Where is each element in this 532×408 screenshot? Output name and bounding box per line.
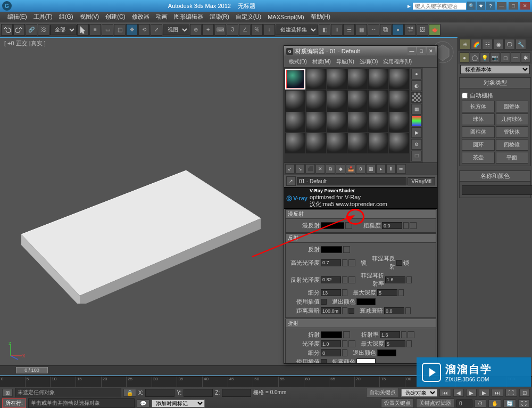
prim-torus-button[interactable]: 圆环	[462, 139, 495, 151]
material-slot[interactable]	[368, 90, 388, 111]
prim-teapot-button[interactable]: 茶壶	[462, 152, 495, 164]
refr-subdiv-spinner[interactable]: 8	[321, 349, 341, 356]
spacewarps-icon[interactable]: 〰	[511, 52, 520, 63]
scene-object-box[interactable]	[16, 149, 261, 304]
align-icon[interactable]: ⫴	[331, 24, 343, 36]
matedit-menu-nav[interactable]: 导航(N)	[334, 58, 357, 66]
close-button[interactable]: ✕	[520, 2, 530, 10]
play-next-icon[interactable]: ▶	[479, 389, 489, 397]
get-material-icon[interactable]: ↙	[285, 164, 295, 174]
material-slot[interactable]	[389, 90, 409, 111]
material-slot[interactable]	[285, 133, 305, 153]
setkey-button[interactable]: 设置关键点	[381, 398, 414, 408]
spinner-arrows-icon[interactable]	[342, 259, 347, 266]
prim-pyramid-button[interactable]: 四棱锥	[496, 139, 529, 151]
modify-tab-icon[interactable]: 🌈	[471, 39, 481, 50]
spinner-arrows-icon[interactable]	[342, 276, 347, 283]
prim-cone-button[interactable]: 圆锥体	[496, 101, 529, 112]
matedit-close-button[interactable]: ✕	[427, 47, 435, 55]
viewport-label[interactable]: [ +0 正交 |真实 ]	[4, 39, 46, 47]
schematic-icon[interactable]: ⿻	[380, 24, 392, 36]
hglossy-spinner[interactable]: 0.7	[321, 259, 341, 266]
objecttype-rollout-header[interactable]: 对象类型	[460, 78, 530, 88]
material-name-input[interactable]	[297, 177, 406, 185]
spinner-arrows-icon[interactable]	[406, 276, 412, 283]
play-icon[interactable]: ▶	[466, 389, 477, 397]
menu-tools[interactable]: 工具(T)	[30, 12, 56, 22]
material-slot[interactable]	[389, 111, 409, 132]
refl-interp-checkbox[interactable]	[321, 299, 327, 305]
help-icon[interactable]: ?	[486, 2, 495, 10]
pick-material-icon[interactable]: ↗	[286, 176, 296, 186]
undo-icon[interactable]	[1, 24, 13, 36]
key-filters-button[interactable]: 关键点过滤器	[416, 398, 454, 408]
minimize-button[interactable]: —	[497, 2, 506, 10]
keymode-icon[interactable]: ⌨	[214, 24, 226, 36]
lock-selection-icon[interactable]: 🔒	[123, 389, 136, 397]
make-copy-icon[interactable]: ⧉	[326, 164, 335, 174]
material-slot[interactable]	[368, 111, 388, 132]
material-slot[interactable]	[347, 133, 368, 153]
refl-exit-swatch[interactable]	[356, 298, 376, 305]
prim-geosphere-button[interactable]: 几何球体	[496, 113, 529, 125]
reset-icon[interactable]: ✕	[315, 164, 325, 174]
prim-box-button[interactable]: 长方体	[462, 101, 495, 112]
material-slot[interactable]	[306, 90, 326, 111]
spinner-arrows-icon[interactable]	[405, 307, 411, 314]
script-listener-button[interactable]: 所在行:	[2, 398, 26, 408]
coord-toggle-icon[interactable]: ⊞	[2, 389, 13, 397]
link-icon[interactable]: 🔗	[26, 24, 37, 36]
percent-snap-icon[interactable]: %	[251, 24, 263, 36]
redo-icon[interactable]	[13, 24, 25, 36]
refl-maxdepth-spinner[interactable]: 5	[377, 289, 397, 296]
material-slot[interactable]	[327, 133, 347, 153]
time-config-icon[interactable]: ⏱	[475, 399, 486, 407]
material-slot[interactable]	[389, 133, 409, 153]
spinner-arrows-icon[interactable]	[342, 349, 347, 356]
menu-edit[interactable]: 编辑(E)	[4, 12, 30, 22]
material-slot[interactable]	[368, 133, 388, 153]
comm-center-icon[interactable]: 💬	[137, 399, 149, 407]
matedit-titlebar[interactable]: G 材质编辑器 - 01 - Default — □ ✕	[284, 46, 437, 56]
background-icon[interactable]	[411, 92, 422, 103]
refr-exit-swatch[interactable]	[377, 349, 396, 356]
material-slot[interactable]	[327, 111, 347, 132]
spinner-arrows-icon[interactable]	[342, 307, 347, 314]
geometry-icon[interactable]: ●	[460, 52, 469, 63]
menu-group[interactable]: 组(G)	[56, 12, 77, 22]
fog-color-swatch[interactable]	[356, 358, 376, 363]
render-icon[interactable]: 🫖	[429, 24, 440, 36]
refr-maxdepth-spinner[interactable]: 5	[385, 340, 405, 347]
graphite-icon[interactable]: ▦	[355, 24, 367, 36]
spinner-arrows-icon[interactable]	[406, 340, 412, 347]
mirror-icon[interactable]: ◧	[319, 24, 330, 36]
show-end-icon[interactable]: ▸	[376, 164, 386, 174]
autogrid-checkbox[interactable]: 自动栅格	[462, 91, 528, 101]
material-slot[interactable]	[306, 111, 326, 132]
spinner-snap-icon[interactable]: ↕	[263, 24, 275, 36]
object-name-input[interactable]	[462, 185, 532, 195]
diffuse-rollout-header[interactable]: 漫反射	[286, 210, 436, 219]
matedit-menu-mode[interactable]: 模式(D)	[286, 58, 310, 66]
select-icon[interactable]	[77, 24, 89, 36]
selection-filter-dropdown[interactable]: 全部	[50, 25, 77, 35]
dim-falloff-spinner[interactable]: 0.0	[384, 307, 404, 314]
ior-map-button[interactable]	[408, 331, 414, 338]
hglossy-map-button[interactable]	[348, 259, 355, 266]
namecolor-rollout-header[interactable]: 名称和颜色	[460, 171, 530, 182]
menu-customize[interactable]: 自定义(U)	[232, 12, 264, 22]
show-in-vp-icon[interactable]: ▦	[366, 164, 376, 174]
play-end-icon[interactable]: ⏭	[492, 389, 503, 397]
zoom-ext-icon[interactable]: ⛶	[505, 389, 517, 397]
time-slider-handle[interactable]: 0 / 100	[16, 367, 48, 373]
unlink-icon[interactable]: ⛓	[38, 24, 49, 36]
refl-subdiv-spinner[interactable]: 13	[321, 289, 341, 296]
roughness-spinner[interactable]: 0.0	[382, 222, 402, 229]
options-icon[interactable]: ⚙	[411, 139, 422, 150]
menu-maxscript[interactable]: MAXScript(M)	[264, 13, 307, 21]
material-slot[interactable]	[306, 69, 326, 89]
sample-uv-icon[interactable]: ▦	[411, 104, 422, 115]
curve-editor-icon[interactable]: 〰	[368, 24, 379, 36]
refr-glossy-map-button[interactable]	[348, 340, 355, 347]
matedit-menu-utils[interactable]: 实用程序(U)	[380, 58, 414, 66]
